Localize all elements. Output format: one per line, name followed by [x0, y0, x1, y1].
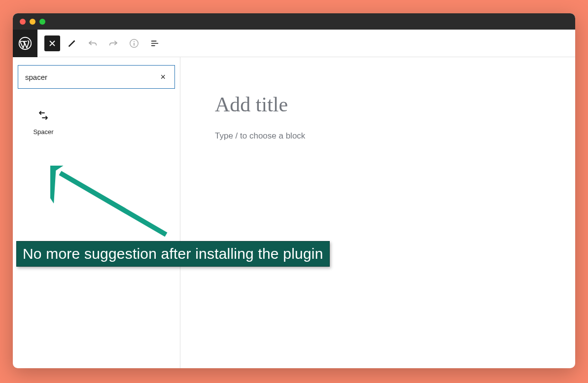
svg-point-2 [134, 41, 135, 42]
info-button[interactable] [125, 35, 143, 52]
editor-canvas[interactable]: Add title Type / to choose a block [180, 57, 575, 368]
edit-mode-button[interactable] [63, 35, 81, 52]
block-inserter-panel: × Spacer [13, 57, 180, 368]
close-icon [48, 39, 56, 47]
block-inserter-toggle[interactable] [44, 35, 60, 51]
window-maximize-button[interactable] [39, 19, 45, 25]
wordpress-logo[interactable] [13, 30, 37, 57]
pencil-icon [67, 38, 77, 49]
svg-rect-3 [134, 43, 135, 46]
undo-icon [87, 38, 98, 49]
post-title-placeholder[interactable]: Add title [215, 93, 575, 116]
redo-button[interactable] [104, 35, 122, 52]
spacer-icon [37, 109, 49, 121]
toolbar-buttons [37, 35, 164, 52]
block-search-box: × [18, 65, 175, 89]
info-icon [129, 38, 139, 49]
undo-button[interactable] [84, 35, 102, 52]
window-minimize-button[interactable] [30, 19, 35, 25]
window-close-button[interactable] [20, 19, 26, 25]
app-window: × Spacer Add title Type / to choose a bl… [13, 13, 575, 368]
editor-toolbar [13, 30, 575, 57]
list-icon [149, 38, 160, 49]
window-titlebar [13, 13, 575, 30]
redo-icon [108, 38, 119, 49]
block-item-spacer[interactable]: Spacer [18, 104, 69, 141]
block-results: Spacer [18, 89, 175, 141]
post-body-placeholder[interactable]: Type / to choose a block [215, 131, 575, 141]
search-clear-button[interactable]: × [158, 70, 168, 84]
block-item-label: Spacer [33, 128, 53, 136]
editor-content: × Spacer Add title Type / to choose a bl… [13, 57, 575, 368]
wordpress-icon [18, 36, 32, 50]
outline-button[interactable] [146, 35, 164, 52]
block-search-input[interactable] [25, 73, 158, 81]
annotation-callout: No more suggestion after installing the … [16, 241, 330, 267]
